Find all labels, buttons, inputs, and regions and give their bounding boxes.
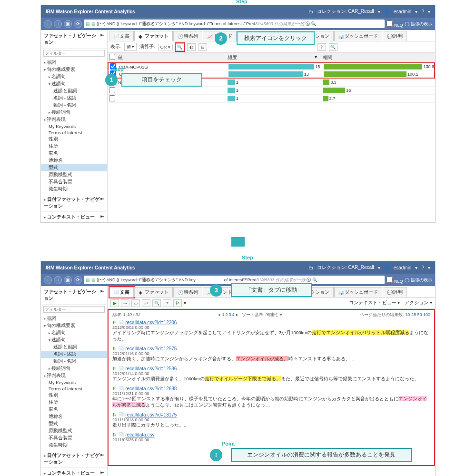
flag-icon[interactable]: 🏳 xyxy=(112,366,117,371)
filter-input[interactable] xyxy=(43,50,105,57)
row-checkbox[interactable] xyxy=(109,87,115,93)
clear-query-icon[interactable]: ⓧ xyxy=(306,21,310,27)
sidebar-collapse-icon[interactable]: ⇤ xyxy=(100,32,104,46)
tool-button-2[interactable]: ⊟ xyxy=(198,43,207,51)
flag-icon[interactable]: 🏳 xyxy=(112,386,117,391)
tool-c[interactable]: ⇄ xyxy=(142,299,150,307)
tree-node[interactable]: 原動機型式 xyxy=(41,171,107,178)
operator-select[interactable]: OR ▾ xyxy=(158,44,173,50)
expand-toggle[interactable]: 拡張の表示 xyxy=(411,21,432,26)
tab-rep[interactable]: 💬評判 xyxy=(383,287,407,297)
tree-node[interactable]: 述語句 xyxy=(41,337,107,344)
help-icon[interactable]: ? xyxy=(421,9,424,14)
tree-node[interactable]: 動詞 - 名詞 xyxy=(41,102,107,109)
tool-a[interactable]: ⇢ xyxy=(121,299,129,307)
tree-node[interactable]: 述語と副詞 xyxy=(41,344,107,351)
tree-node[interactable]: 性別 xyxy=(41,136,107,143)
tab-dash[interactable]: 📊ダッシュボード xyxy=(334,31,382,41)
doc-title[interactable]: recalldata.csv?id=13175 xyxy=(125,412,177,417)
tree-node[interactable]: 接続詞句 xyxy=(41,365,107,372)
tab-diamond[interactable]: ◈ファセット xyxy=(134,287,173,297)
tree-node[interactable]: My Keywords xyxy=(41,123,107,129)
tree-node[interactable]: 名詞 - 述語 xyxy=(41,95,107,102)
tree-node[interactable]: Terms of Interest xyxy=(41,386,107,392)
search-icon[interactable]: 🔍 xyxy=(312,278,317,282)
query-input[interactable]: ▤ ▤ ((*:*) AND (( keyword::/"通称名"/"シエンタ"… xyxy=(84,20,385,28)
refresh-button[interactable]: ⟳ xyxy=(74,20,82,28)
tree-node[interactable]: 述語句 xyxy=(41,80,107,88)
tree-node[interactable]: 評判表現 xyxy=(41,372,107,379)
tool-d[interactable]: ⌖ xyxy=(163,299,171,307)
row-checkbox[interactable] xyxy=(109,95,115,101)
tool-button-1[interactable]: ◐ xyxy=(187,43,196,51)
tree-node[interactable]: 品詞 xyxy=(41,315,107,322)
flag-button[interactable]: 🏳 xyxy=(173,299,182,307)
flag-icon[interactable]: 🏳 xyxy=(112,320,117,325)
tree-node[interactable]: 発生時期 xyxy=(41,186,107,193)
doc-item[interactable]: 🏳 📄 recalldata.csv?id=122062012/03/02 0:… xyxy=(112,320,430,342)
doc-title[interactable]: recalldata.csv?id=12586 xyxy=(125,366,177,371)
tree-node[interactable]: 句の構成要素 xyxy=(41,66,107,73)
select-all-checkbox[interactable] xyxy=(109,54,115,60)
facet-row[interactable]: 116 xyxy=(108,87,435,95)
play-button[interactable]: ▶ xyxy=(110,299,119,307)
collection-label[interactable]: コレクション: CAR_Recall xyxy=(317,8,374,15)
facet-row[interactable]: 12.7 xyxy=(108,95,435,103)
tree-node[interactable]: 型式 xyxy=(41,420,107,427)
context-view-section[interactable]: コンテキスト・ビュー xyxy=(44,214,95,220)
zoom-in-button[interactable]: 🔍 xyxy=(152,299,161,307)
doc-item[interactable]: 🏳 📄 recalldata.csv?id=131752011/10/18 0:… xyxy=(112,412,430,428)
tree-node[interactable]: 品詞 xyxy=(41,59,107,66)
tree-node[interactable]: 不具合装置 xyxy=(41,178,107,186)
tree-node[interactable]: 住所 xyxy=(41,143,107,150)
doc-title[interactable]: recalldata.csv?id=12688 xyxy=(125,386,177,391)
tree-node[interactable]: 評判表現 xyxy=(41,116,107,123)
tab-doc[interactable]: 📄文書 xyxy=(109,31,134,41)
flag-icon[interactable]: 🏳 xyxy=(112,346,117,351)
back-button[interactable]: ← xyxy=(44,20,52,28)
search-icon[interactable]: 🔍 xyxy=(311,21,316,26)
tree-node[interactable]: 車名 xyxy=(41,150,107,157)
back-button[interactable]: ← xyxy=(44,276,52,284)
doc-title[interactable]: recalldata.csv xyxy=(125,432,154,437)
user-label[interactable]: esadmin xyxy=(394,9,412,14)
tab-clock[interactable]: 🕓時系列 xyxy=(173,31,202,41)
forward-button[interactable]: → xyxy=(54,20,62,28)
tree-node[interactable]: 不具合装置 xyxy=(41,435,107,442)
tree-node[interactable]: My Keywords xyxy=(41,379,107,386)
doc-title[interactable]: recalldata.csv?id=12575 xyxy=(125,346,177,351)
tool-b[interactable]: ▭ xyxy=(131,299,140,307)
zoom-button[interactable]: 🔍 xyxy=(329,43,337,51)
clear-query-icon[interactable]: ⓧ xyxy=(307,277,311,283)
doc-item[interactable]: 🏳 📄 recalldata.csv2011/06/25 0:00:00 xyxy=(112,432,430,442)
tree-node[interactable]: 型式 xyxy=(41,164,107,171)
tree-node[interactable]: 性別 xyxy=(41,392,107,399)
flag-icon[interactable]: 🏳 xyxy=(112,412,117,417)
save-button[interactable]: ▣ xyxy=(64,20,72,28)
sort-select[interactable]: 関連性 ▾ xyxy=(266,312,282,317)
facet-row[interactable]: CBA-NCP81G15130.6 xyxy=(108,62,435,70)
tree-node[interactable]: 名詞句 xyxy=(41,73,107,80)
pager[interactable]: ◂ 1234 ▸ ソート基準: 関連性 ▾ xyxy=(218,312,282,318)
tree-node[interactable]: 接続詞句 xyxy=(41,109,107,116)
tree-node[interactable]: 通称名 xyxy=(41,157,107,164)
tab-diamond[interactable]: ◈ファセット xyxy=(134,31,173,41)
export-button[interactable]: ⇪ xyxy=(317,43,326,51)
doc-item[interactable]: 🏳 📄 recalldata.csv?id=125862012/01/14 0:… xyxy=(112,366,430,382)
tree-node[interactable]: 原動機型式 xyxy=(41,427,107,435)
doc-item[interactable]: 🏳 📄 recalldata.csv?id=126882011/12/31 0:… xyxy=(112,386,430,408)
show-select[interactable]: 値 ▾ xyxy=(124,43,137,51)
tree-node[interactable]: 句の構成要素 xyxy=(41,322,107,329)
doc-title[interactable]: recalldata.csv?id=12206 xyxy=(125,320,177,325)
tab-dash[interactable]: 📊ダッシュボード xyxy=(334,287,382,297)
tab-rep[interactable]: 💬評判 xyxy=(383,31,407,41)
doc-item[interactable]: 🏳 📄 recalldata.csv?id=125752012/01/16 0:… xyxy=(112,346,430,362)
search-run-button[interactable]: 🔍 xyxy=(176,43,184,51)
forward-button[interactable]: → xyxy=(54,276,62,284)
tab-doc[interactable]: 📄文書 xyxy=(109,287,134,298)
tree-node[interactable]: Terms of Interest xyxy=(41,129,107,136)
tree-node[interactable]: 動詞 - 名詞 xyxy=(41,358,107,365)
nlq-checkbox[interactable] xyxy=(387,20,393,27)
tree-node[interactable]: 住所 xyxy=(41,399,107,406)
tree-node[interactable]: 発生時期 xyxy=(41,442,107,449)
